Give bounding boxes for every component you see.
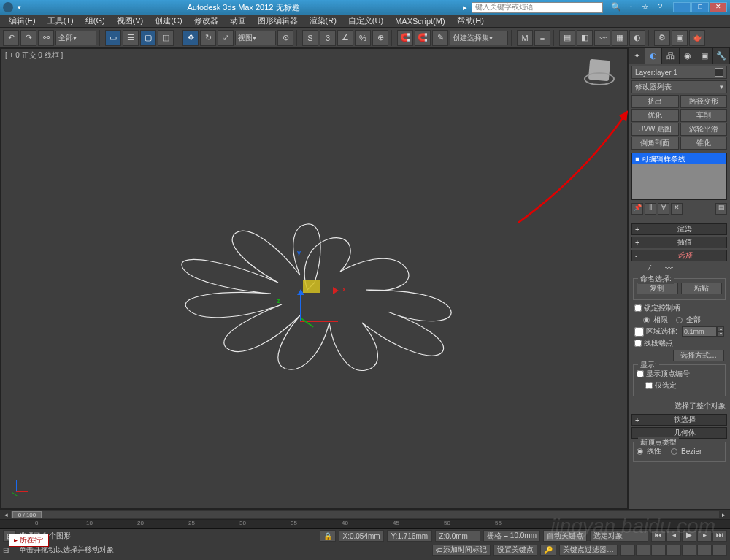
add-time-tag[interactable]: 🏷 添加时间标记 — [432, 545, 491, 556]
select-button[interactable]: ▭ — [105, 30, 121, 46]
selected-dropdown[interactable]: 选定对象 — [590, 530, 648, 542]
viewcube[interactable] — [583, 56, 616, 89]
link-button[interactable]: ⚯ — [38, 30, 54, 46]
radio-all[interactable] — [676, 317, 683, 323]
next-frame[interactable]: ▸ — [697, 530, 712, 542]
menu-view[interactable]: 视图(V) — [111, 15, 150, 26]
mod-taper-button[interactable]: 锥化 — [680, 137, 728, 150]
coord-lock[interactable]: 🔒 — [320, 530, 336, 542]
x-coord[interactable]: X: 0.054mm — [339, 530, 384, 542]
tab-display[interactable]: ▣ — [696, 48, 713, 64]
curve-editor[interactable]: 〰 — [594, 30, 610, 46]
mod-extrude-button[interactable]: 挤出 — [631, 95, 679, 108]
comm-icon[interactable]: ⋮ — [625, 2, 637, 12]
graphite-button[interactable]: ◧ — [577, 30, 593, 46]
window-crossing[interactable]: ◫ — [158, 30, 174, 46]
menu-create[interactable]: 创建(C) — [149, 15, 188, 26]
maximize-button[interactable]: □ — [691, 2, 709, 12]
nav-zoomall[interactable] — [651, 545, 666, 556]
area-select-check[interactable] — [634, 327, 644, 337]
magnet-2[interactable]: 🧲 — [415, 30, 431, 46]
mod-pathdeform-button[interactable]: 路径变形 — [680, 95, 728, 108]
nav-max[interactable] — [712, 545, 727, 556]
modifier-list-dropdown[interactable]: 修改器列表 — [631, 80, 727, 93]
edit-named-sel[interactable]: ✎ — [432, 30, 448, 46]
pivot-button[interactable]: ⊙ — [277, 30, 293, 46]
viewport[interactable]: [ + 0 正交 0 线框 ] y x z — [0, 48, 628, 509]
radio-linear[interactable] — [637, 448, 643, 455]
mod-bevelprofile-button[interactable]: 倒角剖面 — [631, 137, 679, 150]
time-slider-thumb[interactable]: 0 / 100 — [12, 511, 42, 518]
segment-end-check[interactable] — [634, 340, 642, 347]
star-icon[interactable]: ☆ — [639, 2, 651, 12]
copy-selection-button[interactable]: 复制 — [637, 283, 678, 294]
mod-turbosmooth-button[interactable]: 涡轮平滑 — [680, 123, 728, 136]
rollout-interp[interactable]: +插值 — [631, 237, 727, 248]
menu-script[interactable]: MAXScript(M) — [389, 17, 450, 26]
menu-group[interactable]: 组(G) — [80, 15, 111, 26]
unique-button[interactable]: ∀ — [658, 203, 669, 215]
transform-gizmo[interactable]: y x z — [300, 290, 338, 323]
setkey-button[interactable]: 设置关键点 — [493, 545, 537, 556]
snap-s-button[interactable]: S — [302, 30, 318, 46]
radio-bezier[interactable] — [671, 448, 677, 455]
move-button[interactable]: ✥ — [182, 30, 199, 46]
rotate-button[interactable]: ↻ — [200, 30, 216, 46]
tab-motion[interactable]: ◉ — [680, 48, 696, 64]
z-coord[interactable]: Z: 0.0mm — [435, 530, 480, 542]
align-button[interactable]: ≡ — [534, 30, 550, 46]
render-button[interactable]: 🫖 — [689, 30, 705, 46]
layers-button[interactable]: ▤ — [559, 30, 575, 46]
remove-mod-button[interactable]: ✕ — [671, 203, 683, 215]
mod-lathe-button[interactable]: 车削 — [680, 109, 728, 122]
rollout-softsel[interactable]: +软选择 — [631, 414, 727, 426]
mirror-button[interactable]: M — [517, 30, 533, 46]
help-search-input[interactable]: 键入关键字或短语 — [472, 2, 603, 13]
select-rect-button[interactable]: ▢ — [140, 30, 156, 46]
lock-handles-check[interactable] — [634, 304, 642, 312]
nav-zoomext[interactable] — [682, 545, 696, 556]
menu-edit[interactable]: 编辑(E) — [3, 15, 42, 26]
snap-3-button[interactable]: 3 — [320, 30, 336, 46]
nav-fov[interactable] — [666, 545, 681, 556]
search-icon[interactable]: 🔍 — [610, 2, 622, 12]
modifier-stack[interactable]: ■ 可编辑样条线 — [631, 153, 727, 200]
spinner-snap[interactable]: ⊕ — [372, 30, 388, 46]
rollout-select[interactable]: -选择 — [631, 250, 727, 261]
menu-modifier[interactable]: 修改器 — [188, 15, 224, 26]
show-end-button[interactable]: Ⅱ — [645, 203, 656, 215]
nav-zoom[interactable] — [636, 545, 650, 556]
script-toggle[interactable]: ⊟ — [3, 546, 16, 554]
menu-tools[interactable]: 工具(T) — [42, 15, 80, 26]
object-name-field[interactable]: Layer:layer 1 — [631, 66, 727, 79]
prev-frame[interactable]: ◂ — [666, 530, 681, 542]
material-button[interactable]: ◐ — [629, 30, 645, 46]
render-frame[interactable]: ▣ — [672, 30, 688, 46]
rollout-render[interactable]: +渲染 — [631, 223, 727, 235]
goto-end[interactable]: ⏭ — [712, 530, 727, 542]
menu-anim[interactable]: 动画 — [224, 15, 252, 26]
redo-button[interactable]: ↷ — [20, 30, 36, 46]
help-icon[interactable]: ? — [654, 2, 666, 12]
mod-optimize-button[interactable]: 优化 — [631, 109, 679, 122]
render-setup[interactable]: ⚙ — [654, 30, 670, 46]
snap-angle-button[interactable]: ∠ — [337, 30, 353, 46]
selection-filter[interactable]: 全部 ▾ — [55, 31, 96, 45]
snap-percent-button[interactable]: % — [355, 30, 371, 46]
menu-custom[interactable]: 自定义(U) — [342, 15, 389, 26]
undo-button[interactable]: ↶ — [3, 30, 19, 46]
configure-button[interactable]: ▤ — [715, 203, 727, 215]
nav-pan[interactable] — [620, 545, 635, 556]
y-coord[interactable]: Y: 1.716mm — [387, 530, 432, 542]
mod-uvw-button[interactable]: UVW 贴图 — [631, 123, 679, 136]
key-filter-button[interactable]: 关键点过滤器… — [559, 545, 618, 556]
radio-relative[interactable] — [643, 317, 650, 323]
time-slider[interactable]: 0 / 100 — [11, 511, 719, 518]
select-mode-button[interactable]: 选择方式… — [673, 350, 724, 361]
time-ruler[interactable]: 0102025303540455055 — [0, 520, 730, 529]
ref-coord-combo[interactable]: 视图 ▾ — [235, 31, 276, 45]
pin-stack-button[interactable]: 📌 — [631, 203, 643, 215]
quick-arrow[interactable]: ▾ — [18, 4, 21, 11]
paste-selection-button[interactable]: 粘贴 — [681, 283, 723, 294]
nav-orbit[interactable] — [697, 545, 712, 556]
